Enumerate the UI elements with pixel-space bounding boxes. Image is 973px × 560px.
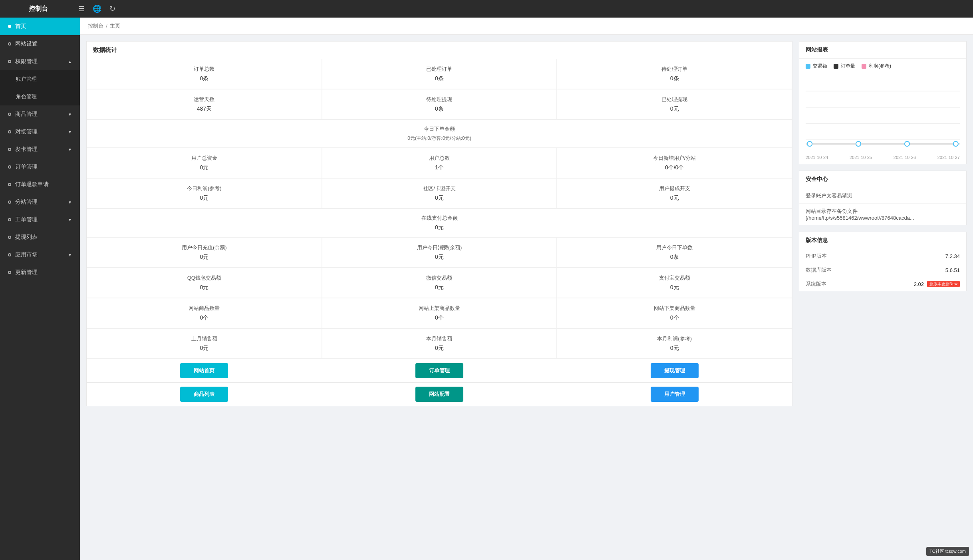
sidebar-dot — [8, 201, 11, 204]
stats-label: 本月利润(参考) — [564, 335, 785, 342]
version-label: PHP版本 — [806, 252, 945, 260]
breadcrumb-item-1[interactable]: 控制台 — [88, 22, 103, 30]
sidebar-label: 对接管理 — [15, 128, 38, 135]
stats-value: 0元 — [564, 284, 785, 291]
stats-cell-profit: 今日利润(参考) 0元 — [87, 178, 322, 209]
stats-label: 今日新增用户/分站 — [564, 155, 785, 162]
version-row-db: 数据库版本 5.6.51 — [799, 263, 966, 277]
sidebar-item-workorder[interactable]: 工单管理 ▼ — [0, 211, 80, 228]
stats-row-5: 用户今日充值(余额) 0元 用户今日消费(余额) 0元 用户今日下单数 0条 — [87, 237, 792, 268]
globe-icon[interactable]: 🌐 — [93, 4, 101, 13]
right-panel: 网站报表 交易额 订单量 利润(参考) — [799, 41, 967, 554]
stats-label: 待处理订单 — [564, 66, 785, 73]
sidebar-item-order[interactable]: 订单管理 — [0, 158, 80, 176]
stats-cell-online-pay: 在线支付总金额 0元 — [87, 209, 792, 237]
stats-label: 网站下架商品数量 — [564, 305, 785, 312]
chevron-down-icon: ▼ — [68, 130, 72, 134]
sidebar-item-refund[interactable]: 订单退款申请 — [0, 176, 80, 193]
sidebar-item-home[interactable]: 首页 — [0, 18, 80, 35]
breadcrumb-item-2: 主页 — [110, 22, 120, 30]
stats-cell-user-funds: 用户总资金 0元 — [87, 148, 322, 178]
main-layout: 首页 网站设置 权限管理 ▲ 账户管理 角色管理 商品管理 ▼ — [0, 18, 973, 560]
legend-dot-orders — [834, 64, 838, 69]
sidebar-item-update[interactable]: 更新管理 — [0, 264, 80, 281]
sidebar-item-appmarket[interactable]: 应用市场 ▼ — [0, 246, 80, 264]
chevron-down-icon: ▼ — [68, 218, 72, 222]
sidebar-dot — [8, 218, 11, 221]
breadcrumb-separator: / — [106, 23, 107, 29]
sidebar-item-role-mgmt[interactable]: 角色管理 — [0, 88, 80, 105]
stats-label: 用户提成开支 — [564, 185, 785, 192]
btn-cell: 网站配置 — [322, 383, 557, 406]
withdraw-mgmt-button[interactable]: 提现管理 — [651, 363, 699, 378]
version-value: 7.2.34 — [945, 252, 960, 260]
chevron-down-icon: ▼ — [68, 200, 72, 205]
btn-cell: 提现管理 — [557, 359, 792, 382]
sidebar-dot — [8, 253, 11, 256]
stats-value: 0条 — [564, 254, 785, 261]
menu-icon[interactable]: ☰ — [78, 4, 85, 13]
stats-cell-user-total: 用户总数 1个 — [322, 148, 557, 178]
stats-cell-product-off: 网站下架商品数量 0个 — [557, 298, 792, 328]
security-card: 安全中心 登录账户太容易猜测 网站目录存在备份文件 [/home/ftp/s/s… — [799, 171, 967, 225]
sidebar-dot — [8, 165, 11, 169]
sidebar-label: 账户管理 — [16, 75, 37, 83]
user-mgmt-button[interactable]: 用户管理 — [651, 387, 699, 402]
sidebar-label: 首页 — [15, 23, 26, 30]
stats-row-2: 运营天数 487天 待处理提现 0条 已处理提现 0元 — [87, 89, 792, 119]
stats-value: 0元 — [329, 254, 550, 261]
version-row-php: PHP版本 7.2.34 — [799, 249, 966, 263]
sidebar: 首页 网站设置 权限管理 ▲ 账户管理 角色管理 商品管理 ▼ — [0, 18, 80, 560]
sidebar-item-site-settings[interactable]: 网站设置 — [0, 35, 80, 53]
stats-value: 0元 — [93, 195, 315, 202]
topbar: 控制台 ☰ 🌐 ↻ — [0, 0, 973, 18]
refresh-icon[interactable]: ↻ — [109, 4, 115, 13]
stats-label: 待处理提现 — [329, 96, 550, 103]
sidebar-dot — [8, 60, 11, 63]
sidebar-label: 工单管理 — [15, 216, 38, 223]
breadcrumb: 控制台 / 主页 — [80, 18, 973, 35]
order-mgmt-button[interactable]: 订单管理 — [415, 363, 463, 378]
version-value: 5.6.51 — [945, 266, 960, 274]
product-list-button[interactable]: 商品列表 — [180, 387, 228, 402]
stats-label: QQ钱包交易额 — [93, 274, 315, 282]
sidebar-item-product[interactable]: 商品管理 ▼ — [0, 105, 80, 123]
chart-legend: 交易额 订单量 利润(参考) — [799, 59, 966, 73]
stats-cell-order-total: 订单总数 0条 — [87, 59, 322, 89]
sidebar-dot — [8, 271, 11, 274]
sidebar-item-withdraw[interactable]: 提现列表 — [0, 228, 80, 246]
sidebar-item-connect[interactable]: 对接管理 ▼ — [0, 123, 80, 141]
stats-row-4: 今日利润(参考) 0元 社区/卡盟开支 0元 用户提成开支 0元 — [87, 178, 792, 209]
stats-label: 用户总数 — [329, 155, 550, 162]
stats-cell-last-month-sales: 上月销售额 0元 — [87, 328, 322, 359]
stats-value: 0元 — [93, 164, 315, 171]
btn-row-1: 网站首页 订单管理 提现管理 — [87, 359, 792, 382]
stats-value: 0元 — [93, 345, 315, 352]
chart-date-1: 2021-10-24 — [806, 155, 828, 160]
legend-item-profit: 利润(参考) — [862, 63, 891, 70]
site-config-button[interactable]: 网站配置 — [415, 387, 463, 402]
svg-rect-4 — [806, 143, 960, 145]
sidebar-label: 订单退款申请 — [15, 181, 49, 188]
svg-point-5 — [807, 141, 812, 146]
stats-label: 网站商品数量 — [93, 305, 315, 312]
stats-value: 0元 — [329, 284, 550, 291]
stats-row-3: 用户总资金 0元 用户总数 1个 今日新增用户/分站 0个/0个 — [87, 148, 792, 178]
stats-label: 微信交易额 — [329, 274, 550, 282]
sidebar-label: 权限管理 — [15, 58, 38, 65]
legend-item-trade: 交易额 — [806, 63, 827, 70]
sidebar-label: 网站设置 — [15, 40, 38, 48]
sidebar-item-account-mgmt[interactable]: 账户管理 — [0, 70, 80, 88]
website-home-button[interactable]: 网站首页 — [180, 363, 228, 378]
topbar-title: 控制台 — [6, 5, 70, 13]
sidebar-item-substation[interactable]: 分站管理 ▼ — [0, 193, 80, 211]
sidebar-label: 应用市场 — [15, 251, 38, 258]
chevron-down-icon: ▼ — [68, 147, 72, 152]
watermark: TC社区 tcsqw.com — [926, 547, 969, 556]
stats-title: 数据统计 — [87, 42, 792, 59]
legend-dot-trade — [806, 64, 810, 69]
sidebar-item-permission[interactable]: 权限管理 ▲ — [0, 53, 80, 70]
sidebar-label: 提现列表 — [15, 234, 38, 241]
sidebar-item-card-issue[interactable]: 发卡管理 ▼ — [0, 141, 80, 158]
stats-value: 0元 — [93, 284, 315, 291]
